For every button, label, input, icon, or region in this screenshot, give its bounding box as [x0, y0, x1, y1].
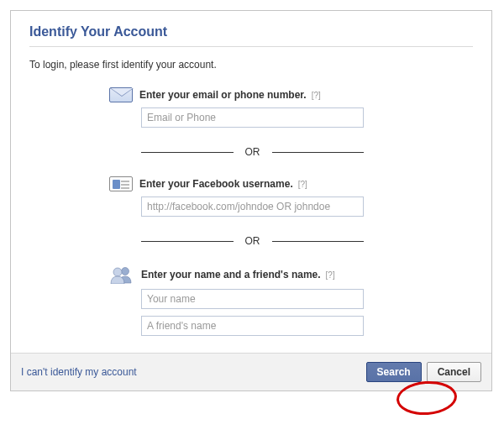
search-button[interactable]: Search	[366, 362, 422, 382]
identify-account-panel: Identify Your Account To login, please f…	[10, 10, 492, 391]
cancel-button[interactable]: Cancel	[427, 362, 481, 382]
your-name-input[interactable]	[141, 289, 364, 309]
username-input[interactable]	[141, 197, 364, 217]
username-section-label: Enter your Facebook username.	[139, 178, 293, 190]
names-section-label: Enter your name and a friend's name.	[141, 269, 321, 280]
cant-identify-link[interactable]: I can't identify my account	[21, 366, 137, 378]
people-icon	[109, 265, 134, 284]
email-phone-input[interactable]	[141, 107, 364, 128]
title-divider	[29, 46, 473, 47]
panel-footer: I can't identify my account Search Cance…	[11, 353, 491, 390]
names-help-icon[interactable]: [?]	[326, 270, 335, 280]
svg-point-1	[113, 268, 122, 276]
divider-or-1: OR	[141, 146, 364, 158]
section-email-phone: Enter your email or phone number. [?] OR…	[109, 87, 439, 336]
page-title: Identify Your Account	[29, 24, 473, 39]
username-help-icon[interactable]: [?]	[298, 180, 307, 189]
id-card-icon	[109, 176, 133, 191]
divider-or-2: OR	[141, 235, 364, 247]
envelope-icon	[109, 87, 133, 102]
friend-name-input[interactable]	[141, 316, 364, 336]
email-section-label: Enter your email or phone number.	[139, 89, 307, 101]
svg-point-0	[122, 268, 129, 275]
panel-body: Identify Your Account To login, please f…	[11, 11, 491, 353]
email-help-icon[interactable]: [?]	[312, 91, 321, 100]
page-subtitle: To login, please first identify your acc…	[29, 59, 473, 71]
